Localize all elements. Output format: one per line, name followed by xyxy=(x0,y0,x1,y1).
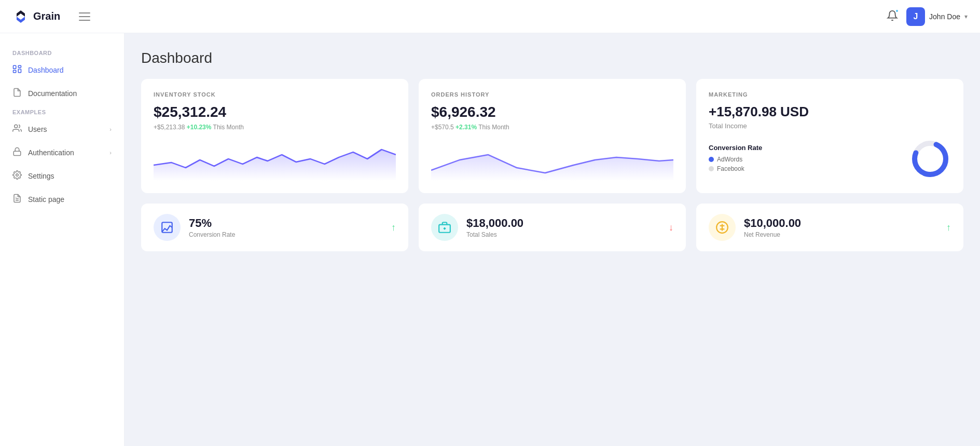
svg-rect-5 xyxy=(13,151,21,155)
user-menu[interactable]: J John Doe ▾ xyxy=(906,7,968,26)
svg-rect-2 xyxy=(18,69,21,73)
inventory-card-label: INVENTORY STOCK xyxy=(154,91,396,98)
svg-rect-0 xyxy=(13,65,16,69)
legend-facebook: Facebook xyxy=(709,165,762,172)
adwords-dot xyxy=(709,157,714,162)
net-revenue-label: Net Revenue xyxy=(744,231,938,238)
hamburger-button[interactable] xyxy=(79,12,90,21)
conversion-icon-bg xyxy=(154,214,181,241)
svg-rect-3 xyxy=(13,70,16,73)
total-sales-card: $18,000.00 Total Sales ↓ xyxy=(419,204,686,251)
svg-point-4 xyxy=(15,125,18,128)
inventory-sub-text: This Month xyxy=(213,124,244,131)
conversion-rate-label: Conversion Rate xyxy=(189,231,383,238)
inventory-sub-amount: +$5,213.38 xyxy=(154,124,187,131)
conversion-rate-arrow: ↑ xyxy=(391,222,396,233)
sidebar-item-label-documentation: Documentation xyxy=(28,89,77,98)
net-revenue-info: $10,000.00 Net Revenue xyxy=(744,217,938,238)
lock-icon xyxy=(12,147,22,158)
inventory-card-value: $25,312.24 xyxy=(154,104,396,120)
orders-sub-text: This Month xyxy=(478,124,509,131)
total-sales-arrow: ↓ xyxy=(669,222,673,233)
orders-sub-percent: +2.31% xyxy=(456,124,477,131)
facebook-label: Facebook xyxy=(717,165,744,172)
logo-icon xyxy=(12,8,29,25)
header-right: J John Doe ▾ xyxy=(887,7,968,26)
notification-dot xyxy=(895,9,899,13)
chart-icon xyxy=(160,221,174,234)
logo-text: Grain xyxy=(33,10,60,22)
conversion-rate-value: 75% xyxy=(189,217,383,230)
page-icon xyxy=(12,194,22,205)
sidebar-item-users[interactable]: Users › xyxy=(0,117,124,141)
dollar-icon xyxy=(715,221,729,234)
orders-card-value: $6,926.32 xyxy=(431,104,673,120)
legend-adwords: AdWords xyxy=(709,156,762,163)
adwords-label: AdWords xyxy=(717,156,742,163)
users-icon xyxy=(12,124,22,134)
dashboard-icon xyxy=(12,64,22,75)
sidebar-item-settings[interactable]: Settings xyxy=(0,164,124,187)
sales-icon-bg xyxy=(431,214,458,241)
total-sales-info: $18,000.00 Total Sales xyxy=(466,217,660,238)
chevron-down-icon: ▾ xyxy=(964,13,968,20)
conversion-title: Conversion Rate xyxy=(709,144,762,152)
gear-icon xyxy=(12,170,22,181)
sidebar-section-examples: Examples xyxy=(0,105,124,117)
total-sales-label: Total Sales xyxy=(466,231,660,238)
wallet-icon xyxy=(438,221,451,234)
sidebar-item-label-static-page: Static page xyxy=(28,195,64,204)
marketing-card: MARKETING +15,870.98 USD Total Income Co… xyxy=(696,79,963,193)
conversion-section: Conversion Rate AdWords Facebook xyxy=(709,138,951,180)
chevron-right-icon: › xyxy=(109,126,112,132)
facebook-dot xyxy=(709,166,714,171)
notification-button[interactable] xyxy=(887,10,898,23)
sidebar-item-label-settings: Settings xyxy=(28,172,54,180)
orders-chart xyxy=(431,139,673,181)
conversion-rate-info: 75% Conversion Rate xyxy=(189,217,383,238)
sidebar-item-label-dashboard: Dashboard xyxy=(28,66,64,74)
inventory-card-sub: +$5,213.38 +10.23% This Month xyxy=(154,124,396,131)
sidebar-section-dashboard: Dashboard xyxy=(0,46,124,58)
donut-chart xyxy=(909,138,951,180)
svg-rect-1 xyxy=(18,65,21,67)
sidebar-item-label-users: Users xyxy=(28,125,47,133)
top-cards-row: INVENTORY STOCK $25,312.24 +$5,213.38 +1… xyxy=(141,79,963,193)
marketing-card-value: +15,870.98 USD xyxy=(709,104,951,120)
header: Grain J John Doe ▾ xyxy=(0,0,980,33)
sidebar-item-static-page[interactable]: Static page xyxy=(0,187,124,211)
header-left: Grain xyxy=(12,8,90,25)
layout: Dashboard Dashboard Documentation xyxy=(0,33,980,446)
orders-card-sub: +$570.5 +2.31% This Month xyxy=(431,124,673,131)
revenue-icon-bg xyxy=(709,214,736,241)
sidebar-item-dashboard[interactable]: Dashboard xyxy=(0,58,124,82)
net-revenue-value: $10,000.00 xyxy=(744,217,938,230)
sidebar-item-authentication[interactable]: Authentication › xyxy=(0,141,124,164)
inventory-sub-percent: +10.23% xyxy=(187,124,212,131)
orders-sub-amount: +$570.5 xyxy=(431,124,456,131)
doc-icon xyxy=(12,88,22,99)
conversion-legend: Conversion Rate AdWords Facebook xyxy=(709,144,762,174)
net-revenue-arrow: ↑ xyxy=(946,222,951,233)
sidebar: Dashboard Dashboard Documentation xyxy=(0,33,125,446)
main-content: Dashboard INVENTORY STOCK $25,312.24 +$5… xyxy=(125,33,980,446)
user-name: John Doe xyxy=(929,12,960,21)
marketing-card-sub: Total Income xyxy=(709,122,951,130)
marketing-card-label: MARKETING xyxy=(709,91,951,98)
logo[interactable]: Grain xyxy=(12,8,60,25)
inventory-card: INVENTORY STOCK $25,312.24 +$5,213.38 +1… xyxy=(141,79,408,193)
net-revenue-card: $10,000.00 Net Revenue ↑ xyxy=(696,204,963,251)
orders-card: ORDERS HISTORY $6,926.32 +$570.5 +2.31% … xyxy=(419,79,686,193)
bottom-cards-row: 75% Conversion Rate ↑ $18,000.00 xyxy=(141,204,963,251)
sidebar-item-label-authentication: Authentication xyxy=(28,148,74,157)
inventory-chart xyxy=(154,139,396,181)
avatar: J xyxy=(906,7,925,26)
sidebar-item-documentation[interactable]: Documentation xyxy=(0,82,124,105)
chevron-right-icon-auth: › xyxy=(109,150,112,156)
orders-card-label: ORDERS HISTORY xyxy=(431,91,673,98)
svg-point-6 xyxy=(16,174,19,177)
conversion-rate-card: 75% Conversion Rate ↑ xyxy=(141,204,408,251)
total-sales-value: $18,000.00 xyxy=(466,217,660,230)
page-title: Dashboard xyxy=(141,50,963,66)
